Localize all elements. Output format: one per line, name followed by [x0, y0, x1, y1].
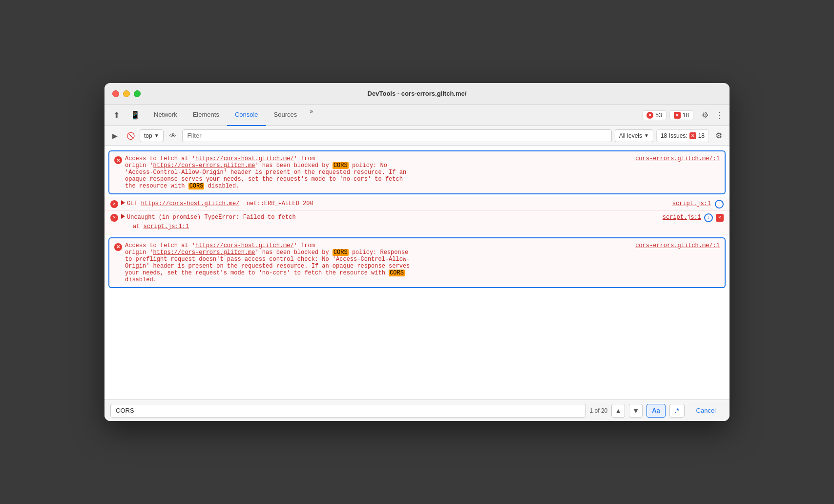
- cors-error-1-content: Access to fetch at 'https://cors-host.gl…: [125, 155, 720, 189]
- settings-button[interactable]: ⚙: [698, 108, 712, 122]
- nav-icon-3[interactable]: ↓: [704, 213, 713, 222]
- cors-host-link-2[interactable]: https://cors-host.glitch.me/: [195, 242, 294, 249]
- block-icon: 🚫: [126, 132, 135, 140]
- get-error-row: ✕ GET https://cors-host.glitch.me/ net::…: [104, 197, 730, 211]
- console-gear-icon: ⚙: [715, 131, 722, 140]
- search-next-button[interactable]: ▼: [629, 404, 643, 418]
- error-badge[interactable]: ✕ 53: [642, 110, 666, 120]
- more-tabs-button[interactable]: »: [305, 105, 318, 118]
- chevron-down-icon: ▼: [632, 407, 639, 415]
- cors-origin-link-2[interactable]: https://cors-errors.glitch.me: [153, 249, 255, 256]
- expand-icon-3[interactable]: [121, 214, 125, 219]
- device-toolbar-button[interactable]: 📱: [125, 108, 145, 122]
- cors-badge-2: CORS: [188, 183, 205, 189]
- cors-error-1: ✕ Access to fetch at 'https://cors-host.…: [108, 150, 726, 194]
- main-toolbar: ⬆ 📱 Network Elements Console Sources » ✕: [104, 105, 730, 126]
- tab-sources[interactable]: Sources: [266, 105, 305, 126]
- window-title: DevTools - cors-errors.glitch.me/: [368, 90, 467, 97]
- maximize-button[interactable]: [134, 90, 141, 97]
- cors-error-2-row: ✕ Access to fetch at 'https://cors-host.…: [114, 242, 720, 283]
- level-selector[interactable]: All levels ▼: [615, 129, 653, 142]
- dismiss-icon-3[interactable]: ✕: [716, 214, 724, 222]
- expand-icon-2[interactable]: [121, 200, 125, 205]
- source-link-1[interactable]: cors-errors.glitch.me/:1: [635, 155, 720, 162]
- issues-badge[interactable]: 18 Issues: ✕ 18: [656, 129, 709, 142]
- search-cancel-button[interactable]: Cancel: [688, 404, 724, 418]
- play-icon: ▶: [112, 132, 118, 140]
- gear-icon: ⚙: [702, 110, 709, 120]
- close-button[interactable]: [112, 90, 119, 97]
- source-link-4[interactable]: cors-errors.glitch.me/:1: [635, 242, 720, 249]
- cors-origin-link-1[interactable]: https://cors-errors.glitch.me: [153, 162, 255, 169]
- search-bar: 1 of 20 ▲ ▼ Aa .* Cancel: [104, 399, 730, 421]
- search-prev-button[interactable]: ▲: [611, 404, 625, 418]
- dropdown-icon: ▼: [154, 133, 159, 138]
- context-selector[interactable]: top ▼: [140, 129, 164, 142]
- cors-error-2: ✕ Access to fetch at 'https://cors-host.…: [108, 237, 726, 288]
- filter-input[interactable]: [182, 129, 612, 142]
- case-sensitive-button[interactable]: Aa: [646, 404, 666, 418]
- search-count: 1 of 20: [590, 407, 608, 414]
- tab-bar: Network Elements Console Sources »: [146, 105, 318, 126]
- issues-warn-icon: ✕: [689, 132, 696, 139]
- cors-host-link-1[interactable]: https://cors-host.glitch.me/: [195, 155, 294, 162]
- level-dropdown-icon: ▼: [644, 133, 649, 138]
- devtools-window: DevTools - cors-errors.glitch.me/ ⬆ 📱 Ne…: [104, 83, 730, 421]
- regex-button[interactable]: .*: [669, 404, 685, 418]
- get-error-content: GET https://cors-host.glitch.me/ net::ER…: [121, 199, 724, 209]
- cursor-tool-button[interactable]: ⬆: [108, 108, 125, 122]
- device-icon: 📱: [130, 110, 140, 120]
- more-menu-button[interactable]: ⋮: [713, 110, 726, 121]
- script-link-3[interactable]: script.js:1:1: [144, 223, 189, 230]
- warning-badge-icon: ✕: [674, 112, 681, 119]
- badge-group: ✕ 53 ✕ 18: [638, 110, 697, 120]
- console-toolbar: ▶ 🚫 top ▼ 👁 All levels ▼ 18 Issues: ✕ 18…: [104, 126, 730, 146]
- error-icon-4: ✕: [114, 243, 122, 251]
- cors-error-2-content: Access to fetch at 'https://cors-host.gl…: [125, 242, 720, 283]
- nav-icon-2[interactable]: ↑: [715, 200, 724, 209]
- chevron-up-icon: ▲: [615, 407, 622, 415]
- error-icon-1: ✕: [114, 156, 122, 164]
- cors-badge-4: CORS: [389, 270, 405, 276]
- cors-badge-3: CORS: [333, 249, 349, 256]
- typeerror-row: ✕ Uncaught (in promise) TypeError: Faile…: [104, 211, 730, 234]
- tab-elements[interactable]: Elements: [185, 105, 227, 126]
- error-icon-2: ✕: [110, 200, 118, 208]
- run-script-button[interactable]: ▶: [108, 129, 121, 142]
- eye-icon: 👁: [169, 132, 176, 140]
- search-input[interactable]: [110, 404, 586, 418]
- clear-console-button[interactable]: 🚫: [124, 129, 137, 142]
- eye-button[interactable]: 👁: [167, 129, 179, 142]
- typeerror-content: Uncaught (in promise) TypeError: Failed …: [121, 213, 724, 231]
- tab-network[interactable]: Network: [146, 105, 185, 126]
- source-link-2[interactable]: script.js:1: [672, 199, 711, 209]
- console-content: ✕ Access to fetch at 'https://cors-host.…: [104, 146, 730, 399]
- cursor-icon: ⬆: [113, 110, 120, 120]
- console-settings-button[interactable]: ⚙: [712, 129, 726, 143]
- cors-badge-1: CORS: [333, 162, 349, 169]
- get-url-link[interactable]: https://cors-host.glitch.me/: [141, 200, 240, 207]
- traffic-lights: [112, 90, 141, 97]
- source-link-3[interactable]: script.js:1: [663, 213, 701, 222]
- error-icon-3: ✕: [110, 214, 118, 222]
- tab-console[interactable]: Console: [227, 105, 266, 126]
- titlebar: DevTools - cors-errors.glitch.me/: [104, 83, 730, 105]
- warning-badge[interactable]: ✕ 18: [669, 110, 693, 120]
- error-badge-icon: ✕: [646, 112, 653, 119]
- cors-error-1-row: ✕ Access to fetch at 'https://cors-host.…: [114, 155, 720, 189]
- minimize-button[interactable]: [123, 90, 130, 97]
